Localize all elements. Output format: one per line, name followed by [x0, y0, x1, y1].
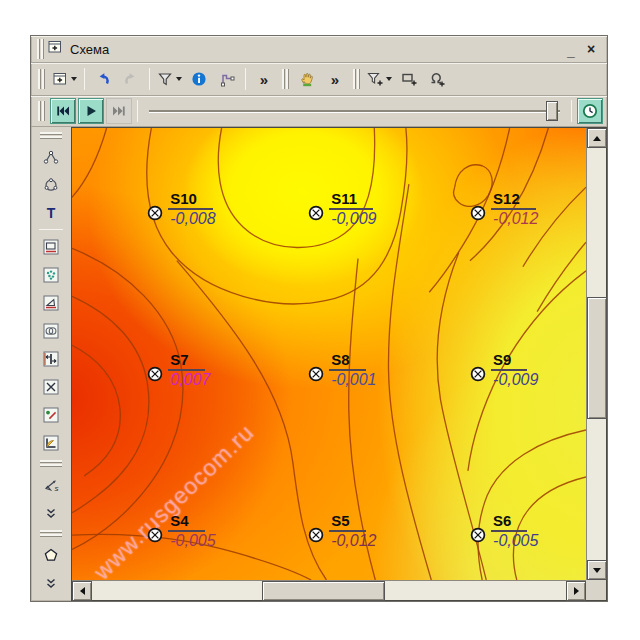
filter-button[interactable] [155, 66, 184, 92]
points-tool[interactable] [37, 261, 65, 288]
point-label: S11 -0,009 [329, 190, 376, 228]
horizontal-scrollbar[interactable] [72, 580, 586, 600]
point-id: S8 [329, 351, 365, 371]
area-tool[interactable] [37, 429, 65, 456]
redo-button[interactable] [118, 66, 144, 92]
info-icon [191, 71, 207, 87]
toolbar-grip[interactable] [39, 459, 63, 468]
angle-box-icon [43, 295, 59, 311]
toolbar-grip[interactable] [352, 68, 361, 90]
undo-button[interactable] [90, 66, 116, 92]
point-marker-icon[interactable] [146, 365, 164, 387]
point-marker-icon[interactable] [146, 204, 164, 226]
toolbar-grip[interactable] [39, 529, 63, 538]
titlebar[interactable]: Схема _ × [31, 36, 607, 63]
toolbar-grip[interactable] [37, 68, 46, 90]
scroll-up-button[interactable] [587, 128, 607, 148]
point-marker-icon[interactable] [307, 365, 325, 387]
toolbar-grip[interactable] [37, 100, 46, 122]
clock-icon [582, 103, 598, 119]
clock-button[interactable] [577, 98, 603, 124]
overflow-button-2[interactable]: » [322, 66, 348, 92]
dropdown-caret-icon [386, 77, 392, 81]
rectangle-tool[interactable] [37, 233, 65, 260]
redo-icon [123, 71, 139, 87]
point-marker-icon[interactable] [146, 526, 164, 548]
playback-toolbar [31, 96, 607, 127]
vertical-scroll-thumb[interactable] [587, 297, 607, 419]
close-button[interactable]: × [581, 40, 601, 58]
measure-icon: s [43, 477, 59, 493]
vertical-scrollbar[interactable] [586, 128, 606, 580]
pentagon-tool[interactable] [37, 541, 65, 568]
point-marker-icon[interactable] [307, 526, 325, 548]
rewind-button[interactable] [50, 98, 76, 124]
info-button[interactable] [186, 66, 212, 92]
canvas-area: www.rusgeocom.ru S10 -0,008 S11 -0,009 [71, 127, 607, 601]
slider-thumb[interactable] [546, 101, 558, 121]
corner-ruler-icon [219, 71, 235, 87]
main-toolbar: »» [31, 63, 607, 96]
polyline-tool[interactable] [37, 143, 65, 170]
rect-box-icon [43, 239, 59, 255]
angle-tool[interactable] [37, 289, 65, 316]
dimension-button[interactable] [214, 66, 240, 92]
point-marker-icon[interactable] [469, 526, 487, 548]
point-marker-icon[interactable] [307, 204, 325, 226]
horizontal-scroll-thumb[interactable] [262, 581, 385, 601]
point-id: S5 [329, 512, 365, 532]
point-value: 0,007 [168, 370, 210, 388]
point-label: S10 -0,008 [168, 190, 215, 228]
point-marker-icon[interactable] [469, 204, 487, 226]
point-id: S4 [168, 512, 204, 532]
select-rect-button[interactable] [396, 66, 422, 92]
forward-button[interactable] [106, 98, 132, 124]
pan-hand-button[interactable] [294, 66, 320, 92]
circles-box-icon [43, 323, 59, 339]
separator [149, 68, 150, 90]
scroll-down-button[interactable] [587, 560, 607, 580]
select-contour-button[interactable] [424, 66, 450, 92]
contour-map[interactable]: www.rusgeocom.ru S10 -0,008 S11 -0,009 [72, 128, 586, 580]
point-value: -0,012 [491, 209, 538, 227]
more-tools-top[interactable] [37, 499, 65, 526]
toolbar-grip[interactable] [281, 68, 290, 90]
contour-tool[interactable] [37, 171, 65, 198]
new-view-button[interactable] [50, 66, 79, 92]
chevrons-down-icon [43, 575, 59, 591]
pen-tool[interactable] [37, 401, 65, 428]
point-id: S9 [491, 351, 527, 371]
point-value: -0,009 [491, 370, 538, 388]
point-id: S11 [329, 190, 373, 210]
time-slider[interactable] [149, 99, 560, 123]
separator [84, 68, 85, 90]
titlebar-grip[interactable] [36, 38, 45, 60]
toolbar-grip[interactable] [39, 131, 63, 140]
cross-box-icon [43, 379, 59, 395]
point-label: S5 -0,012 [329, 512, 376, 550]
svg-text:T: T [47, 205, 56, 221]
point-marker-icon[interactable] [469, 365, 487, 387]
tool-palette: Ts [31, 127, 71, 601]
delete-tool[interactable] [37, 373, 65, 400]
scroll-right-button[interactable] [566, 581, 586, 601]
select-filter-button[interactable] [365, 66, 394, 92]
text-tool[interactable]: T [37, 199, 65, 226]
overflow-button[interactable]: » [251, 66, 277, 92]
window-icon [47, 39, 63, 59]
separator [137, 100, 138, 122]
split-tool[interactable] [37, 345, 65, 372]
point-label: S7 0,007 [168, 351, 210, 389]
measure-tool[interactable]: s [37, 471, 65, 498]
minimize-button[interactable]: _ [561, 42, 581, 60]
play-button[interactable] [78, 98, 104, 124]
more-tools-bottom[interactable] [37, 569, 65, 596]
slider-track [149, 110, 560, 113]
circles-tool[interactable] [37, 317, 65, 344]
separator [245, 68, 246, 90]
scroll-left-button[interactable] [72, 581, 92, 601]
point-label: S6 -0,005 [491, 512, 538, 550]
separator [571, 100, 572, 122]
funnel-plus-icon [367, 71, 383, 87]
dropdown-caret-icon [176, 77, 182, 81]
